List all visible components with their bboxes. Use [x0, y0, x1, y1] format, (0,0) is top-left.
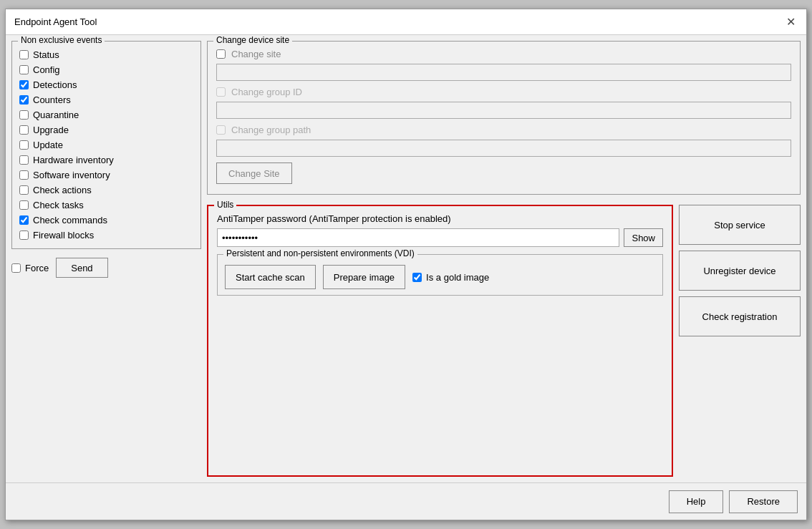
checkbox-label-0: Status [33, 49, 59, 60]
change-group-path-row: Change group path [216, 125, 791, 135]
gold-image-row: Is a gold image [412, 272, 489, 283]
change-site-button[interactable]: Change Site [216, 162, 292, 184]
checkbox-label-6: Update [33, 140, 63, 150]
change-group-path-checkbox[interactable] [216, 125, 226, 135]
vdi-title: Persistent and non-persistent environmen… [223, 248, 417, 258]
checkbox-label-10: Check tasks [33, 200, 84, 210]
checkbox-row-5: Upgrade [19, 122, 193, 137]
change-group-id-input[interactable] [216, 102, 791, 119]
gold-image-label: Is a gold image [426, 272, 489, 283]
checkbox-upgrade[interactable] [19, 125, 29, 135]
checkbox-row-0: Status [19, 47, 193, 62]
utils-and-actions: Utils AntiTamper password (AntiTamper pr… [207, 205, 801, 477]
change-group-id-row: Change group ID [216, 87, 791, 97]
non-exclusive-events-title: Non exclusive events [18, 35, 105, 45]
checkbox-label-8: Software inventory [33, 170, 110, 180]
checkbox-label-4: Quarantine [33, 110, 79, 120]
checkbox-label-11: Check commands [33, 215, 107, 225]
checkbox-label-1: Config [33, 64, 60, 75]
force-checkbox-row: Force [11, 261, 49, 276]
checkbox-update[interactable] [19, 140, 29, 150]
utils-group: Utils AntiTamper password (AntiTamper pr… [207, 205, 673, 477]
vdi-group: Persistent and non-persistent environmen… [217, 254, 663, 296]
checkbox-detections[interactable] [19, 80, 29, 89]
antitamper-section: AntiTamper password (AntiTamper protecti… [217, 213, 663, 247]
force-send-row: Force Send [11, 253, 201, 278]
restore-button[interactable]: Restore [729, 490, 798, 513]
checkbox-counters[interactable] [19, 95, 29, 105]
left-panel: Non exclusive events StatusConfigDetecti… [11, 41, 201, 477]
checkbox-row-4: Quarantine [19, 107, 193, 122]
checkbox-row-8: Software inventory [19, 168, 193, 183]
stop-service-button[interactable]: Stop service [679, 205, 801, 245]
antitamper-password-input[interactable] [217, 228, 619, 247]
checkbox-check-actions[interactable] [19, 185, 29, 195]
actions-column: Stop service Unregister device Check reg… [679, 205, 801, 477]
checkbox-label-5: Upgrade [33, 125, 69, 135]
force-checkbox[interactable] [11, 263, 21, 273]
checkbox-row-7: Hardware inventory [19, 152, 193, 168]
change-site-row: Change site [216, 49, 791, 59]
force-label: Force [25, 263, 49, 273]
antitamper-label: AntiTamper password (AntiTamper protecti… [217, 213, 663, 224]
checkbox-config[interactable] [19, 65, 29, 74]
checkbox-label-12: Firewall blocks [33, 230, 94, 241]
change-site-checkbox[interactable] [216, 49, 226, 59]
change-site-input[interactable] [216, 64, 791, 81]
change-group-path-label: Change group path [231, 125, 311, 135]
checkbox-software-inventory[interactable] [19, 170, 29, 180]
checkbox-row-12: Firewall blocks [19, 228, 193, 243]
title-bar: Endpoint Agent Tool ✕ [6, 9, 806, 35]
checkbox-check-tasks[interactable] [19, 200, 29, 210]
checkbox-row-6: Update [19, 137, 193, 152]
checkbox-quarantine[interactable] [19, 110, 29, 120]
change-group-id-checkbox[interactable] [216, 87, 226, 97]
window-body: Non exclusive events StatusConfigDetecti… [6, 35, 806, 482]
change-site-label: Change site [231, 49, 281, 59]
checkbox-label-9: Check actions [33, 185, 92, 195]
footer-bar: Help Restore [6, 482, 806, 520]
close-button[interactable]: ✕ [783, 15, 798, 29]
checkbox-label-3: Counters [33, 94, 71, 105]
change-group-id-label: Change group ID [231, 87, 302, 97]
checkbox-hardware-inventory[interactable] [19, 155, 29, 165]
checkbox-firewall-blocks[interactable] [19, 230, 29, 240]
checkbox-check-commands[interactable] [19, 215, 29, 225]
right-panel: Change device site Change site Change gr… [207, 41, 801, 477]
checkbox-row-3: Counters [19, 92, 193, 107]
password-row: Show [217, 228, 663, 247]
vdi-buttons: Start cache scan Prepare image Is a gold… [225, 265, 655, 289]
prepare-image-button[interactable]: Prepare image [323, 265, 405, 289]
checkbox-label-7: Hardware inventory [33, 155, 114, 165]
checkbox-label-2: Detections [33, 79, 77, 90]
change-device-site-group: Change device site Change site Change gr… [207, 41, 801, 195]
checkbox-row-11: Check commands [19, 213, 193, 228]
unregister-device-button[interactable]: Unregister device [679, 251, 801, 291]
utils-title: Utils [214, 200, 236, 210]
start-cache-scan-button[interactable]: Start cache scan [225, 265, 316, 289]
gold-image-checkbox[interactable] [412, 273, 422, 282]
change-group-path-input[interactable] [216, 140, 791, 157]
send-button[interactable]: Send [56, 258, 107, 278]
checkbox-row-2: Detections [19, 77, 193, 92]
checkbox-row-9: Check actions [19, 183, 193, 198]
help-button[interactable]: Help [669, 490, 724, 513]
checkboxes-container: StatusConfigDetectionsCountersQuarantine… [19, 47, 193, 243]
window-title: Endpoint Agent Tool [14, 16, 97, 27]
check-registration-button[interactable]: Check registration [679, 296, 801, 336]
checkbox-status[interactable] [19, 50, 29, 59]
change-device-site-title: Change device site [213, 35, 292, 45]
checkbox-row-10: Check tasks [19, 198, 193, 213]
show-button[interactable]: Show [624, 228, 663, 247]
non-exclusive-events-group: Non exclusive events StatusConfigDetecti… [11, 41, 201, 249]
checkbox-row-1: Config [19, 62, 193, 77]
main-window: Endpoint Agent Tool ✕ Non exclusive even… [5, 9, 807, 520]
